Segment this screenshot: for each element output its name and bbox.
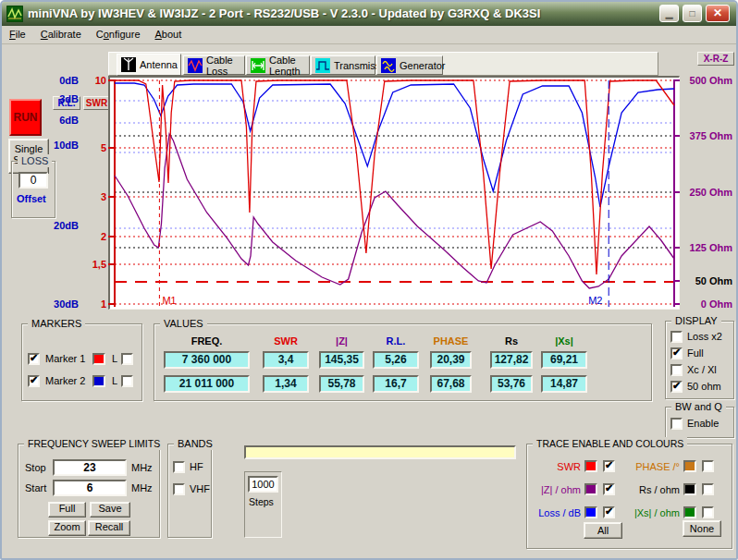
display-xcxl-checkbox[interactable]	[670, 364, 683, 376]
menu-about[interactable]: About	[148, 26, 190, 40]
axis-tick-label: 30dB	[54, 298, 79, 310]
display-50ohm-checkbox[interactable]	[670, 381, 683, 393]
steps-label: Steps	[249, 496, 274, 507]
values-header-rs: Rs	[490, 335, 533, 347]
marker2-label: Marker 2	[45, 375, 85, 386]
transmission-icon	[315, 58, 330, 73]
axis-tick-label: 375 Ohm	[690, 130, 732, 141]
display-50ohm-label: 50 ohm	[687, 381, 721, 392]
values-header-xs: |Xs|	[541, 335, 587, 347]
stop-label: Stop	[25, 462, 46, 473]
marker1-label: Marker 1	[45, 353, 85, 364]
svg-text:M1: M1	[162, 295, 176, 306]
trace-rs-label: Rs / ohm	[620, 484, 680, 495]
values-header-z: |Z|	[319, 335, 364, 347]
minimize-button[interactable]: ▁	[659, 5, 679, 22]
value-m2-rl: 16,7	[373, 375, 419, 393]
band-vhf-checkbox[interactable]	[173, 483, 185, 495]
marker2-color-swatch[interactable]	[92, 375, 105, 387]
trace-xs-checkbox[interactable]	[702, 506, 714, 518]
axis-tick-label: 0dB	[59, 75, 79, 86]
recall-range-button[interactable]: Recall	[88, 520, 130, 536]
tab-label: Antenna	[140, 59, 178, 70]
trace-xs-swatch[interactable]	[683, 506, 696, 518]
value-m1-swr: 3,4	[263, 351, 309, 369]
svg-text:M2: M2	[588, 295, 602, 306]
close-button[interactable]: ✕	[706, 5, 730, 22]
sweep-limits-group: FREQUENCY SWEEP LIMITS Stop 23 MHz Start…	[18, 444, 160, 538]
trace-phase-swatch[interactable]	[683, 460, 696, 472]
cable-loss-icon	[188, 58, 203, 73]
menu-calibrate[interactable]: Calibrate	[33, 26, 89, 40]
full-range-button[interactable]: Full	[48, 502, 86, 517]
band-vhf-label: VHF	[190, 483, 210, 494]
trace-rs-swatch[interactable]	[683, 483, 696, 495]
trace-swr-checkbox[interactable]	[603, 460, 615, 472]
trace-swr-label: SWR	[531, 461, 581, 472]
trace-rs-checkbox[interactable]	[702, 483, 714, 495]
trace-loss-swatch[interactable]	[584, 506, 597, 518]
tab-transmission[interactable]: Transmission	[311, 55, 375, 75]
save-range-button[interactable]: Save	[90, 502, 130, 517]
tab-cable-length[interactable]: Cable Length	[246, 55, 310, 75]
band-hf-label: HF	[190, 461, 203, 472]
value-m1-xs: 69,21	[541, 351, 587, 369]
trace-swr-swatch[interactable]	[584, 460, 597, 472]
maximize-button[interactable]: □	[683, 5, 702, 22]
chart-plot-area[interactable]: M1M2	[108, 76, 680, 310]
value-m2-swr: 1,34	[263, 375, 309, 393]
display-lossx2-checkbox[interactable]	[670, 331, 683, 343]
bw-enable-label: Enable	[687, 418, 719, 429]
series-lossdb	[115, 83, 674, 207]
marker1-color-swatch[interactable]	[92, 353, 105, 365]
generator-icon	[381, 58, 396, 73]
value-m2-z: 55,78	[319, 375, 364, 393]
trace-z-checkbox[interactable]	[603, 483, 615, 495]
tab-generator[interactable]: Generator	[376, 55, 443, 75]
axis-tick-label: 2	[101, 231, 106, 242]
marker2-enable-checkbox[interactable]	[28, 375, 40, 387]
stop-freq-input[interactable]: 23	[53, 459, 127, 476]
display-full-checkbox[interactable]	[670, 347, 683, 359]
steps-input[interactable]: 1000	[248, 476, 278, 493]
axis-tick-label: 5	[101, 142, 106, 153]
swr-axis-labels: 105321,51	[87, 76, 108, 310]
run-button[interactable]: RUN	[9, 99, 42, 136]
axis-tick-label: 3	[101, 191, 106, 202]
axis-tick-label: 6dB	[59, 115, 79, 126]
value-m1-phase: 20,39	[430, 351, 472, 369]
menu-configure[interactable]: Configure	[89, 26, 148, 40]
marker2-l-label: L	[112, 375, 117, 386]
trace-all-button[interactable]: All	[584, 522, 622, 539]
display-xcxl-label: Xc / Xl	[687, 364, 717, 375]
menu-file[interactable]: File	[2, 26, 33, 40]
value-m1-rs: 127,82	[490, 351, 533, 369]
marker1-enable-checkbox[interactable]	[28, 353, 40, 365]
trace-group-title: TRACE ENABLE AND COLOURS	[533, 437, 687, 450]
tab-antenna[interactable]: Antenna	[117, 54, 181, 76]
trace-z-label: |Z| / ohm	[531, 484, 581, 495]
bw-enable-checkbox[interactable]	[670, 418, 683, 430]
trace-loss-checkbox[interactable]	[603, 506, 615, 518]
stop-unit-label: MHz	[131, 462, 153, 473]
start-unit-label: MHz	[131, 482, 153, 493]
start-freq-input[interactable]: 6	[53, 480, 127, 496]
axis-tick-label: 1	[101, 298, 106, 310]
xrz-axis-tab[interactable]: X-R-Z	[697, 52, 734, 66]
tab-cable-loss[interactable]: Cable Loss	[183, 55, 245, 75]
return-loss-axis-labels: 0dB3dB6dB10dB20dB30dB	[38, 76, 80, 310]
band-hf-checkbox[interactable]	[173, 461, 185, 473]
marker2-lock-checkbox[interactable]	[121, 375, 133, 387]
values-header-swr: SWR	[263, 335, 309, 347]
values-header-phase: PHASE	[430, 335, 472, 347]
zoom-range-button[interactable]: Zoom	[48, 520, 86, 536]
antenna-icon	[121, 57, 136, 72]
menu-bar: FileCalibrateConfigureAbout	[2, 26, 736, 44]
axis-tick-label: 500 Ohm	[690, 75, 732, 86]
trace-z-swatch[interactable]	[584, 483, 597, 495]
client-area: © tarni.hu RUN Single Sweep R.L. SWR LOS…	[2, 45, 736, 558]
marker1-lock-checkbox[interactable]	[121, 353, 133, 365]
display-group: DISPLAY Loss x2 Full Xc / Xl 50 ohm	[665, 321, 734, 399]
trace-none-button[interactable]: None	[683, 520, 721, 537]
trace-phase-checkbox[interactable]	[702, 460, 714, 472]
